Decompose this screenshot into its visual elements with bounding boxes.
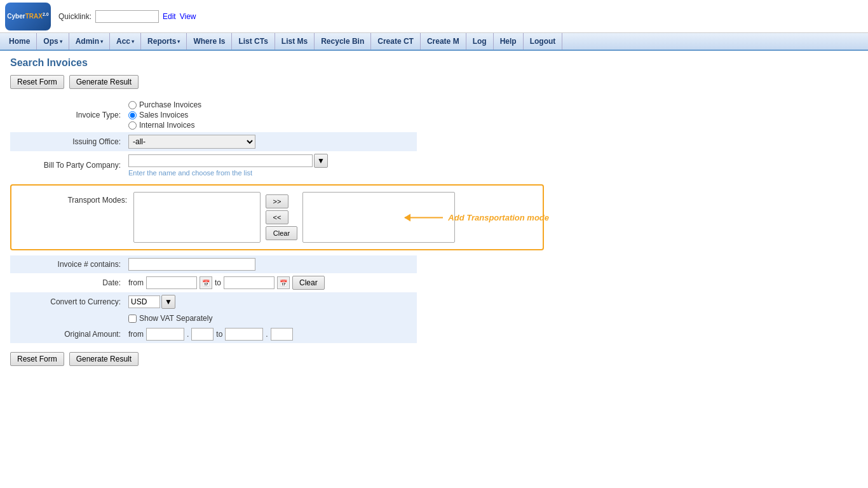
amount-to-label: to [216,330,222,339]
show-vat-row: Show VAT Separately [10,311,417,325]
bill-to-party-field: ▼ Enter the name and choose from the lis… [125,151,417,179]
amount-from-main-input[interactable] [146,328,184,341]
dropdown-arrow-icon: ▾ [100,39,103,44]
sales-radio[interactable] [128,111,137,119]
clear-transport-button[interactable]: Clear [266,226,297,240]
nav-item-logout[interactable]: Logout [524,33,563,50]
show-vat-label: Show VAT Separately [139,314,212,323]
convert-currency-label: Convert to Currency: [10,292,125,311]
nav-item-log[interactable]: Log [466,33,494,50]
nav-item-create-m[interactable]: Create M [421,33,466,50]
date-from-calendar-btn[interactable]: 📅 [200,276,212,289]
move-left-button[interactable]: << [266,210,288,224]
reset-form-button-bottom[interactable]: Reset Form [10,352,64,366]
nav-item-help[interactable]: Help [494,33,524,50]
amount-to-dot: . [266,330,268,339]
purchase-invoices-option[interactable]: Purchase Invoices [128,100,413,109]
amount-from-dec-input[interactable] [191,328,214,341]
logo: CyberTRAX2.0 [5,3,51,30]
form-table: Invoice Type: Purchase Invoices Sales In… [10,98,417,179]
invoice-type-field: Purchase Invoices Sales Invoices Interna… [125,98,417,132]
bill-to-party-dropdown-btn[interactable]: ▼ [314,154,328,168]
amount-to-main-input[interactable] [225,328,263,341]
dropdown-arrow-icon: ▾ [60,39,62,44]
nav-item-list-cts[interactable]: List CTs [232,33,275,50]
move-right-button[interactable]: >> [266,194,288,208]
bill-to-party-row: Bill To Party Company: ▼ Enter the name … [10,151,417,179]
transport-annotation: Add Transportation mode [405,213,549,222]
nav-item-where-is[interactable]: Where Is [187,33,232,50]
annotation-arrow [405,217,443,218]
nav-item-reports[interactable]: Reports▾ [141,33,187,50]
date-range: from 📅 to 📅 Clear [128,276,413,290]
issuing-office-row: Issuing Office: -all- [10,132,417,151]
dropdown-arrow-icon: ▾ [132,39,134,44]
sales-invoices-option[interactable]: Sales Invoices [128,111,413,119]
quicklink-area: Quicklink: Edit View [58,10,196,23]
purchase-radio[interactable] [128,101,137,109]
issuing-office-field: -all- [125,132,417,151]
edit-link[interactable]: Edit [163,12,176,21]
transport-left-col [133,192,261,243]
view-link[interactable]: View [180,12,196,21]
clear-date-button[interactable]: Clear [292,276,325,290]
top-btn-row: Reset Form Generate Result [10,75,858,89]
generate-result-button-bottom[interactable]: Generate Result [69,352,139,366]
date-field: from 📅 to 📅 Clear [125,273,417,292]
invoice-type-radio-group: Purchase Invoices Sales Invoices Interna… [128,100,413,130]
show-vat-checkbox[interactable] [128,315,137,323]
generate-result-button-top[interactable]: Generate Result [69,75,139,89]
convert-currency-field: ▼ [125,292,417,311]
transport-modes-section: Transport Modes: >> << Clear Add Transpo… [10,184,544,250]
nav-item-create-ct[interactable]: Create CT [371,33,421,50]
issuing-office-select[interactable]: -all- [128,135,255,149]
transport-btn-col: >> << Clear [263,192,300,243]
original-amount-label: Original Amount: [10,325,125,343]
bottom-btn-row: Reset Form Generate Result [10,352,858,366]
amount-from-label: from [128,330,144,339]
date-from-input[interactable] [146,276,197,289]
date-to-input[interactable] [224,276,275,289]
convert-currency-row: Convert to Currency: ▼ [10,292,417,311]
original-amount-row: Original Amount: from . to . [10,325,417,343]
main-content: Search Invoices Reset Form Generate Resu… [0,51,868,381]
internal-radio[interactable] [128,121,137,130]
transport-left-select[interactable] [133,192,261,243]
navbar: HomeOps▾Admin▾Acc▾Reports▾Where IsList C… [0,33,868,51]
invoice-type-label: Invoice Type: [10,98,125,132]
nav-item-acc[interactable]: Acc▾ [110,33,141,50]
internal-invoices-label: Internal Invoices [139,121,194,130]
currency-input[interactable] [128,295,160,308]
show-vat-checkbox-row: Show VAT Separately [128,314,413,323]
amount-to-dec-input[interactable] [271,328,293,341]
dropdown-arrow-icon: ▾ [177,39,180,44]
header: CyberTRAX2.0 Quicklink: Edit View [0,0,868,33]
invoice-type-row: Invoice Type: Purchase Invoices Sales In… [10,98,417,132]
nav-item-recycle-bin[interactable]: Recycle Bin [315,33,371,50]
quicklink-input[interactable] [95,10,159,23]
show-vat-empty-label [10,311,125,325]
currency-dropdown-btn[interactable]: ▼ [161,295,175,309]
date-row: Date: from 📅 to 📅 Clear [10,273,417,292]
issuing-office-label: Issuing Office: [10,132,125,151]
reset-form-button-top[interactable]: Reset Form [10,75,64,89]
purchase-invoices-label: Purchase Invoices [139,100,201,109]
nav-item-list-ms[interactable]: List Ms [275,33,315,50]
invoice-num-row: Invoice # contains: [10,255,417,273]
show-vat-field: Show VAT Separately [125,311,417,325]
nav-item-home[interactable]: Home [3,33,37,50]
date-to-calendar-btn[interactable]: 📅 [277,276,290,289]
nav-item-admin[interactable]: Admin▾ [69,33,110,50]
bill-to-party-hint: Enter the name and choose from the list [128,169,413,177]
amount-from-dot: . [187,330,189,339]
nav-item-ops[interactable]: Ops▾ [37,33,69,50]
invoice-num-label: Invoice # contains: [10,255,125,273]
invoice-num-input[interactable] [128,258,255,271]
bill-to-party-label: Bill To Party Company: [10,151,125,179]
sales-invoices-label: Sales Invoices [139,111,188,119]
bill-to-party-input[interactable] [128,154,313,167]
date-label: Date: [10,273,125,292]
date-to-label: to [215,278,221,287]
internal-invoices-option[interactable]: Internal Invoices [128,121,413,130]
annotation-text: Add Transportation mode [448,213,549,222]
